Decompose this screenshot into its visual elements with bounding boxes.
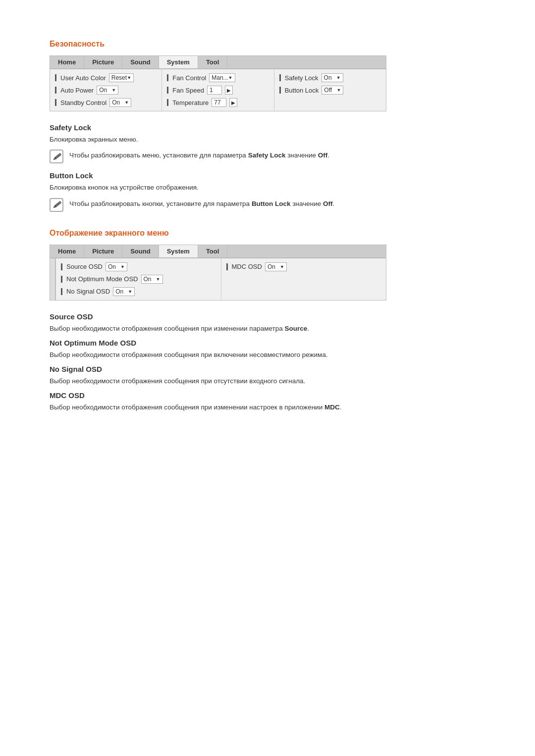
no-signal-para: Выбор необходимости отображения сообщени… <box>50 376 485 386</box>
standby-control-value: On <box>112 99 120 106</box>
dropdown-arrow: ▼ <box>127 75 131 80</box>
tab-tool[interactable]: Tool <box>198 56 227 68</box>
note-icon: 🖉 <box>50 150 63 163</box>
tab-sound[interactable]: Sound <box>122 56 159 68</box>
security-table-tabs: Home Picture Sound System Tool <box>50 56 386 69</box>
tab-system[interactable]: System <box>159 56 198 68</box>
bar-icon <box>279 74 281 81</box>
fan-speed-next-btn[interactable]: ▶ <box>225 86 233 95</box>
note-icon2: 🖉 <box>50 198 63 212</box>
auto-power-row: Auto Power On ▼ <box>55 86 157 95</box>
fan-control-label: Fan Control <box>172 74 206 82</box>
safety-lock-note-text: Чтобы разблокировать меню, установите дл… <box>69 150 329 160</box>
button-lock-value: Off <box>324 87 332 94</box>
osd-title: Отображение экранного меню <box>50 229 485 238</box>
not-optimum-heading: Not Optimum Mode OSD <box>50 339 485 347</box>
safety-lock-row: Safety Lock On ▼ <box>279 73 381 82</box>
not-optimum-osd-dropdown[interactable]: On ▼ <box>141 275 163 284</box>
osd-table-tabs: Home Picture Sound System Tool <box>50 245 386 258</box>
osd-tab-picture[interactable]: Picture <box>84 245 122 257</box>
dropdown-arrow: ▼ <box>120 264 125 269</box>
dropdown-arrow: ▼ <box>336 88 341 93</box>
button-lock-label: Button Lock <box>285 87 319 94</box>
no-signal-osd-value: On <box>115 288 123 295</box>
dropdown-arrow: ▼ <box>156 277 160 282</box>
source-osd-label: Source OSD <box>66 263 103 270</box>
bar-icon <box>61 276 62 283</box>
not-optimum-osd-label: Not Optimum Mode OSD <box>66 275 138 283</box>
safety-lock-heading: Safety Lock <box>50 123 485 132</box>
temperature-value: 77 <box>214 99 220 106</box>
osd-col1: Source OSD On ▼ Not Optimum Mode OSD On … <box>56 258 221 300</box>
button-lock-row: Button Lock Off ▼ <box>279 86 381 95</box>
osd-section: Отображение экранного меню Home Picture … <box>50 229 485 413</box>
dropdown-arrow: ▼ <box>336 75 341 80</box>
standby-control-row: Standby Control On ▼ <box>55 98 157 107</box>
auto-power-dropdown[interactable]: On ▼ <box>97 86 118 95</box>
osd-col2: MDC OSD On ▼ <box>221 258 386 300</box>
source-osd-heading: Source OSD <box>50 312 485 321</box>
standby-control-label: Standby Control <box>60 99 107 106</box>
osd-tab-home[interactable]: Home <box>50 245 84 257</box>
osd-tab-system[interactable]: System <box>159 245 198 257</box>
dropdown-arrow: ▼ <box>280 264 284 269</box>
bar-icon <box>55 87 56 94</box>
bar-icon <box>226 263 228 270</box>
osd-side-indicator <box>50 258 56 300</box>
temperature-value-box: 77 <box>212 98 226 107</box>
auto-power-value: On <box>99 87 107 94</box>
tab-picture[interactable]: Picture <box>84 56 122 68</box>
osd-table-body: Source OSD On ▼ Not Optimum Mode OSD On … <box>50 258 386 300</box>
osd-tab-sound[interactable]: Sound <box>122 245 159 257</box>
security-table: Home Picture Sound System Tool User Auto… <box>50 55 386 111</box>
not-optimum-osd-row: Not Optimum Mode OSD On ▼ <box>61 275 216 284</box>
security-col1: User Auto Color Reset ▼ Auto Power On ▼ <box>50 69 162 111</box>
source-osd-value: On <box>108 263 116 270</box>
dropdown-arrow: ▼ <box>228 75 233 80</box>
temperature-next-btn[interactable]: ▶ <box>229 98 237 107</box>
mdc-osd-label: MDC OSD <box>232 263 262 270</box>
bar-icon <box>61 263 62 270</box>
tab-home[interactable]: Home <box>50 56 84 68</box>
safety-lock-label: Safety Lock <box>285 74 319 82</box>
security-title: Безопасность <box>50 40 485 49</box>
mdc-osd-value: On <box>268 263 275 270</box>
safety-lock-note: 🖉 Чтобы разблокировать меню, установите … <box>50 150 485 163</box>
temperature-label: Temperature <box>172 99 209 106</box>
user-auto-color-row: User Auto Color Reset ▼ <box>55 73 157 82</box>
no-signal-osd-dropdown[interactable]: On ▼ <box>113 287 135 296</box>
dropdown-arrow: ▼ <box>124 100 129 105</box>
user-auto-color-dropdown[interactable]: Reset ▼ <box>109 73 134 82</box>
mdc-osd-heading: MDC OSD <box>50 391 485 400</box>
bar-icon <box>55 99 56 106</box>
fan-control-row: Fan Control Man... ▼ <box>167 73 268 82</box>
bar-icon <box>167 74 168 81</box>
button-lock-dropdown[interactable]: Off ▼ <box>321 86 343 95</box>
mdc-osd-dropdown[interactable]: On ▼ <box>265 262 287 271</box>
mdc-osd-para: Выбор необходимости отображения сообщени… <box>50 403 485 412</box>
bar-icon <box>167 99 168 106</box>
bar-icon <box>167 87 168 94</box>
button-lock-para: Блокировка кнопок на устройстве отображе… <box>50 183 485 193</box>
safety-lock-para: Блокировка экранных меню. <box>50 135 485 145</box>
no-signal-heading: No Signal OSD <box>50 365 485 373</box>
security-col3: Safety Lock On ▼ Button Lock Off ▼ <box>274 69 386 111</box>
osd-tab-tool[interactable]: Tool <box>198 245 227 257</box>
fan-speed-row: Fan Speed 1 ▶ <box>167 86 268 95</box>
bar-icon <box>279 87 281 94</box>
standby-control-dropdown[interactable]: On ▼ <box>109 98 131 107</box>
no-signal-osd-label: No Signal OSD <box>66 288 110 295</box>
security-section: Безопасность Home Picture Sound System T… <box>50 40 485 212</box>
fan-control-dropdown[interactable]: Man... ▼ <box>209 73 235 82</box>
not-optimum-para: Выбор необходимости отображения сообщени… <box>50 350 485 360</box>
safety-lock-value: On <box>324 74 332 81</box>
button-lock-note: 🖉 Чтобы разблокировать кнопки, установит… <box>50 198 485 212</box>
button-lock-note-text: Чтобы разблокировать кнопки, установите … <box>69 198 334 209</box>
fan-control-value: Man... <box>212 74 228 81</box>
user-auto-color-value: Reset <box>111 74 127 81</box>
source-osd-dropdown[interactable]: On ▼ <box>106 262 127 271</box>
safety-lock-dropdown[interactable]: On ▼ <box>321 73 343 82</box>
user-auto-color-label: User Auto Color <box>60 74 106 82</box>
button-lock-heading: Button Lock <box>50 171 485 180</box>
bar-icon <box>55 74 56 81</box>
